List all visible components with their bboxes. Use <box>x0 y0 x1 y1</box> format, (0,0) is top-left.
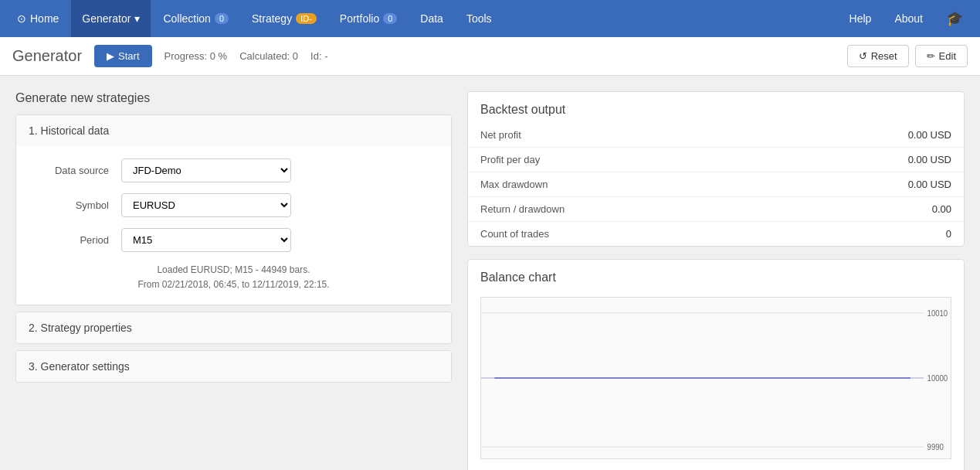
historical-data-header-label: 1. Historical data <box>29 124 109 137</box>
backtest-label: Return / drawdown <box>480 203 565 215</box>
nav-about-label: About <box>894 12 923 25</box>
start-button[interactable]: ▶ Start <box>94 45 151 67</box>
header-actions: ↺ Reset ✏ Edit <box>847 45 968 67</box>
historical-data-header[interactable]: 1. Historical data <box>16 115 451 146</box>
data-source-label: Data source <box>29 165 121 176</box>
edit-button[interactable]: ✏ Edit <box>915 45 968 67</box>
strategy-properties-label: 2. Strategy properties <box>29 322 132 334</box>
nav-user-icon[interactable]: 🎓 <box>935 0 974 37</box>
nav-generator[interactable]: Generator ▾ <box>71 0 151 37</box>
nav-collection-label: Collection <box>163 12 210 25</box>
data-source-select[interactable]: JFD-Demo <box>121 158 291 182</box>
header-bar: Generator ▶ Start Progress: 0 % Calculat… <box>0 37 980 76</box>
right-panel: Backtest output Net profit0.00 USDProfit… <box>467 91 965 470</box>
svg-text:9990: 9990 <box>927 443 944 452</box>
svg-text:10000: 10000 <box>927 373 948 383</box>
generator-settings-section: 3. Generator settings <box>15 350 452 383</box>
reset-button[interactable]: ↺ Reset <box>847 45 909 67</box>
backtest-label: Max drawdown <box>480 179 548 190</box>
nav-data[interactable]: Data <box>409 0 454 37</box>
backtest-value: 0.00 USD <box>908 129 951 141</box>
data-source-row: Data source JFD-Demo <box>29 158 439 182</box>
nav-collection-badge: 0 <box>215 13 229 24</box>
data-info-line2: From 02/21/2018, 06:45, to 12/11/2019, 2… <box>29 278 439 292</box>
main-content: Generate new strategies 1. Historical da… <box>0 76 980 470</box>
balance-chart-svg: 10010 10000 9990 <box>480 297 951 459</box>
edit-icon: ✏ <box>927 50 935 62</box>
backtest-value: 0.00 USD <box>908 154 951 165</box>
strategy-properties-header[interactable]: 2. Strategy properties <box>16 312 451 343</box>
period-select[interactable]: M15 <box>121 228 291 252</box>
left-panel: Generate new strategies 1. Historical da… <box>15 91 452 470</box>
backtest-row: Net profit0.00 USD <box>468 123 964 147</box>
nav-generator-arrow: ▾ <box>134 12 140 25</box>
period-label: Period <box>29 234 121 246</box>
navbar: ⊙ Home Generator ▾ Collection 0 Strategy… <box>0 0 980 37</box>
user-graduate-icon: 🎓 <box>946 10 963 27</box>
generator-settings-header[interactable]: 3. Generator settings <box>16 351 451 382</box>
reset-button-label: Reset <box>871 50 897 62</box>
data-info-line1: Loaded EURUSD; M15 - 44949 bars. <box>29 263 439 278</box>
nav-portfolio-badge: 0 <box>383 13 397 24</box>
backtest-value: 0.00 USD <box>908 179 951 190</box>
symbol-label: Symbol <box>29 199 121 211</box>
generate-section-title: Generate new strategies <box>15 91 452 105</box>
nav-strategy[interactable]: Strategy ID- <box>241 0 327 37</box>
id-label: Id: - <box>310 50 327 62</box>
header-status: Progress: 0 % Calculated: 0 Id: - <box>164 50 328 62</box>
nav-strategy-badge: ID- <box>296 13 317 24</box>
symbol-row: Symbol EURUSD <box>29 193 439 217</box>
generator-settings-label: 3. Generator settings <box>29 360 130 373</box>
backtest-label: Net profit <box>480 129 521 141</box>
nav-portfolio[interactable]: Portfolio 0 <box>329 0 408 37</box>
period-row: Period M15 <box>29 228 439 252</box>
strategy-properties-section: 2. Strategy properties <box>15 312 452 344</box>
backtest-section: Backtest output Net profit0.00 USDProfit… <box>467 91 965 247</box>
chart-section: Balance chart 10010 10000 9990 <box>467 259 965 470</box>
nav-tools-label: Tools <box>466 12 492 25</box>
start-button-label: Start <box>118 50 139 62</box>
nav-data-label: Data <box>420 12 443 25</box>
backtest-row: Max drawdown0.00 USD <box>468 172 964 196</box>
calculated-label: Calculated: 0 <box>239 50 298 62</box>
reset-icon: ↺ <box>859 50 867 62</box>
chart-title: Balance chart <box>468 260 964 291</box>
nav-help-label: Help <box>849 12 872 25</box>
symbol-select[interactable]: EURUSD <box>121 193 291 217</box>
home-circle-icon: ⊙ <box>17 12 26 25</box>
svg-text:10010: 10010 <box>927 308 948 318</box>
backtest-row: Profit per day0.00 USD <box>468 147 964 172</box>
page-title: Generator <box>12 47 82 65</box>
backtest-row: Return / drawdown0.00 <box>468 196 964 221</box>
nav-portfolio-label: Portfolio <box>340 12 379 25</box>
chart-container: 10010 10000 9990 <box>468 291 964 470</box>
nav-generator-label: Generator <box>82 12 131 25</box>
nav-tools[interactable]: Tools <box>456 0 503 37</box>
edit-button-label: Edit <box>939 50 956 62</box>
backtest-title: Backtest output <box>468 92 964 123</box>
progress-label: Progress: 0 % <box>164 50 228 62</box>
backtest-label: Count of trades <box>480 228 549 240</box>
backtest-value: 0 <box>946 228 951 240</box>
nav-strategy-label: Strategy <box>252 12 292 25</box>
data-info: Loaded EURUSD; M15 - 44949 bars. From 02… <box>29 263 439 292</box>
nav-about[interactable]: About <box>883 0 934 37</box>
backtest-table: Net profit0.00 USDProfit per day0.00 USD… <box>468 123 964 246</box>
play-icon: ▶ <box>107 50 114 62</box>
nav-collection[interactable]: Collection 0 <box>152 0 239 37</box>
backtest-value: 0.00 <box>932 203 951 215</box>
nav-home-label: Home <box>30 12 59 25</box>
historical-data-body: Data source JFD-Demo Symbol EURUSD Perio… <box>16 146 451 305</box>
nav-help[interactable]: Help <box>839 0 883 37</box>
historical-data-section: 1. Historical data Data source JFD-Demo … <box>15 114 452 305</box>
backtest-row: Count of trades0 <box>468 221 964 246</box>
nav-home[interactable]: ⊙ Home <box>6 0 70 37</box>
backtest-label: Profit per day <box>480 154 540 165</box>
